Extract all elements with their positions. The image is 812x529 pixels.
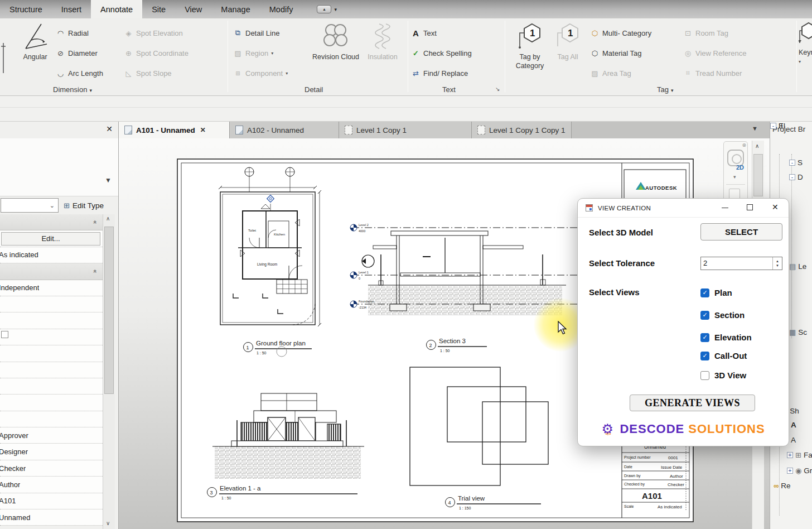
view-type-checkbox-row[interactable]: Elevation: [700, 333, 752, 342]
checkbox[interactable]: [700, 371, 709, 380]
checkbox[interactable]: [700, 288, 709, 297]
close-icon[interactable]: ✕: [772, 203, 779, 211]
tag-tool-button[interactable]: Area Tag: [590, 65, 683, 81]
scroll-down-icon[interactable]: ∨: [106, 520, 110, 526]
close-palette-icon[interactable]: ✕: [106, 124, 113, 133]
text-tool-button[interactable]: Text: [411, 25, 472, 41]
property-row[interactable]: « Unnamed Unnamed: [0, 509, 103, 526]
ribbon-tab[interactable]: Manage: [211, 0, 259, 18]
tolerance-spinner[interactable]: 2 ▲▼: [700, 257, 782, 270]
dimension-tool-button[interactable]: Spot Elevation: [124, 25, 225, 41]
property-row[interactable]: «: [0, 296, 103, 312]
minimize-icon[interactable]: [722, 208, 728, 208]
tab-filter-icon[interactable]: ▼: [752, 125, 758, 132]
palette-scrollbar[interactable]: ∧ ∨: [103, 214, 115, 529]
property-value[interactable]: A101: [0, 497, 16, 505]
property-row[interactable]: « Designer Designer: [0, 444, 103, 460]
property-row[interactable]: «: [0, 345, 103, 362]
tag-by-category-button[interactable]: 1 Tag by Category: [509, 22, 550, 70]
property-row[interactable]: « Approver Approver: [0, 427, 103, 444]
ribbon-tab[interactable]: View: [175, 0, 211, 18]
browser-tree-item[interactable]: + Gr: [787, 467, 812, 475]
ribbon-tab[interactable]: Annotate: [91, 0, 142, 18]
property-row[interactable]: «: [0, 329, 103, 345]
ribbon-tab[interactable]: Site: [142, 0, 175, 18]
insulation-button[interactable]: Insulation: [362, 22, 403, 62]
generate-views-button[interactable]: GENERATE VIEWS: [630, 395, 755, 411]
property-checkbox[interactable]: [1, 331, 8, 338]
tolerance-value[interactable]: 2: [701, 257, 772, 270]
expand-toggle-icon[interactable]: -: [789, 160, 795, 166]
property-row[interactable]: « As indicated As indicated: [0, 247, 103, 263]
maximize-icon[interactable]: [747, 204, 753, 210]
detail-panel-label[interactable]: Detail: [304, 85, 323, 94]
tag-all-button[interactable]: 1 Tag All: [553, 22, 582, 62]
property-row[interactable]: « A101 A101: [0, 493, 103, 509]
spinner-arrows-icon[interactable]: ▲▼: [772, 257, 782, 270]
type-selector-preview[interactable]: ▼: [0, 138, 118, 196]
browser-tree-item[interactable]: Sc: [789, 328, 807, 336]
expand-toggle-icon[interactable]: +: [787, 468, 793, 474]
edit-type-button[interactable]: ⊞ Edit Type: [64, 201, 104, 210]
property-row[interactable]: «: [0, 378, 103, 395]
property-value[interactable]: Approver: [0, 431, 28, 440]
keynote-button[interactable]: Keyn ▾: [799, 22, 812, 65]
view-type-checkbox-row[interactable]: 3D View: [700, 371, 746, 380]
collapse-group-icon[interactable]: «: [92, 220, 99, 224]
ribbon-tab[interactable]: Modify: [260, 0, 303, 18]
revision-cloud-button[interactable]: Revision Cloud: [311, 22, 360, 62]
dimension-tool-button[interactable]: Spot Coordinate: [124, 45, 225, 61]
view-tab[interactable]: A101 - Unnamed ✕: [119, 122, 230, 138]
property-value[interactable]: Author: [0, 480, 20, 489]
dimension-panel-label[interactable]: Dimension▾: [53, 85, 92, 94]
text-tool-button[interactable]: Check Spelling: [411, 45, 472, 61]
tag-panel-label[interactable]: Tag▾: [657, 85, 674, 94]
expand-toggle-icon[interactable]: -: [789, 174, 795, 180]
browser-tree-item[interactable]: - S: [789, 158, 803, 167]
view-tab[interactable]: A102 - Unnamed ✕: [230, 122, 339, 138]
expand-toggle-icon[interactable]: -: [770, 123, 776, 129]
ribbon-tab[interactable]: Insert: [52, 0, 91, 18]
property-value[interactable]: Independent: [0, 283, 39, 292]
property-row[interactable]: «: [0, 395, 103, 411]
close-tab-icon[interactable]: ✕: [200, 126, 206, 134]
dimension-tool-button[interactable]: Spot Slope: [124, 65, 225, 81]
scrollbar-thumb[interactable]: [104, 227, 114, 394]
detail-tool-button[interactable]: Component ▾: [233, 65, 288, 81]
tag-tool-button[interactable]: Material Tag: [590, 45, 683, 61]
property-row[interactable]: «: [0, 362, 103, 378]
scroll-up-icon[interactable]: ∧: [755, 143, 759, 149]
select-model-button[interactable]: SELECT: [700, 223, 782, 241]
browser-tree-item[interactable]: Le: [789, 262, 806, 271]
checkbox[interactable]: [700, 333, 709, 342]
browser-tree-item[interactable]: Re: [774, 482, 791, 490]
chevron-down-icon[interactable]: ▾: [733, 174, 736, 180]
property-row[interactable]: «: [0, 411, 103, 427]
property-row[interactable]: « Edit... Edit...: [0, 230, 103, 247]
scrollbar-thumb[interactable]: [753, 154, 763, 196]
browser-tree-item[interactable]: + Fa: [787, 451, 812, 459]
expand-toggle-icon[interactable]: +: [787, 452, 793, 458]
view-tab[interactable]: Level 1 Copy 1 Copy 1 ✕: [472, 122, 572, 138]
property-row[interactable]: « Independent Independent: [0, 280, 103, 296]
dialog-title-bar[interactable]: VIEW CREATION ✕: [578, 199, 789, 218]
text-panel-launcher-icon[interactable]: ↘: [495, 86, 500, 92]
dimension-tool-button[interactable]: Radial: [56, 25, 124, 41]
tag-tool-button[interactable]: Tread Number: [683, 65, 796, 81]
view-type-checkbox-row[interactable]: Section: [700, 310, 745, 320]
property-row[interactable]: « Author Author: [0, 477, 103, 493]
close-navbar-icon[interactable]: ⊗: [742, 142, 746, 148]
property-value[interactable]: As indicated: [0, 251, 38, 259]
property-value[interactable]: Checker: [0, 464, 26, 473]
view-type-checkbox-row[interactable]: Call-Out: [700, 351, 747, 360]
type-selector-dropdown[interactable]: ⌄: [1, 198, 59, 213]
collapse-group-icon[interactable]: «: [92, 270, 99, 273]
checkbox[interactable]: [700, 311, 709, 320]
property-row[interactable]: «: [0, 312, 103, 329]
tag-tool-button[interactable]: Multi- Category: [590, 25, 683, 41]
scroll-up-icon[interactable]: ∧: [106, 215, 110, 222]
dimension-tool-button[interactable]: Arc Length: [56, 65, 124, 81]
edit-button[interactable]: Edit...: [1, 232, 100, 246]
angular-dimension-button[interactable]: Angular: [14, 22, 56, 62]
checkbox[interactable]: [700, 352, 709, 360]
